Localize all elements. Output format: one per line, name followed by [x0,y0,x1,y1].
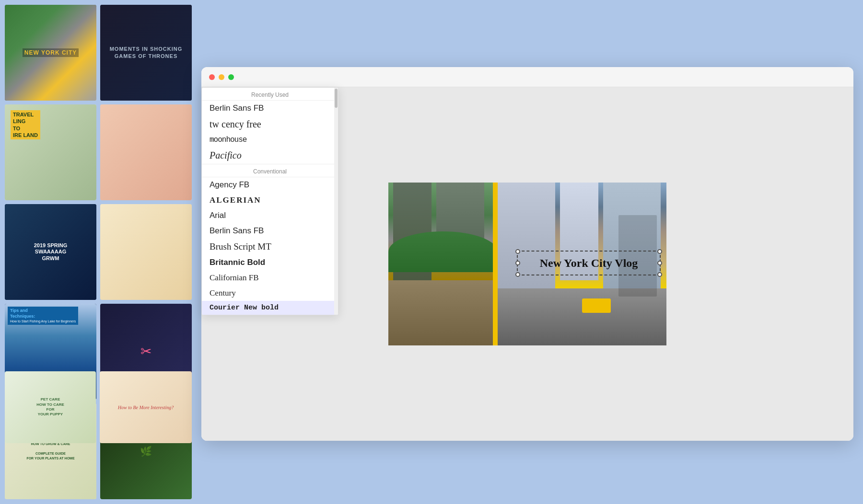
font-item-californian[interactable]: Californian FB [202,270,338,286]
yellow-divider [493,183,498,345]
thumb-2-text: MOMENTS IN SHOCKING GAMES OF THRONES [104,46,188,60]
font-item-arial[interactable]: Arial [202,208,338,223]
thumb-3-text: TRAVELLINGTOIRE LAND [11,110,40,139]
thumbnail-2[interactable]: MOMENTS IN SHOCKING GAMES OF THRONES [100,5,192,101]
traffic-light-green[interactable] [228,74,234,80]
nyc-left-panel [388,183,498,345]
font-dropdown[interactable]: Recently Used Berlin Sans FB tw cency fr… [201,87,338,315]
font-item-berlin-sans[interactable]: Berlin Sans FB [202,101,338,116]
thumb-12-text: How to Be More Interesting? [118,405,174,410]
font-item-century[interactable]: Century [202,286,338,301]
thumbnail-11[interactable]: PET CAREHow to careforyour puppy [5,371,96,443]
thumb-7-text: Tips andTechniques: How to Start Fishing… [8,307,78,325]
thumb-5-text: 2019 SPRINGSWAAAAAGGRWM [34,242,68,262]
thumb-9-text: HOW TO GROW & CARECOMPLETE GUIDEFOR YOUR… [26,442,74,460]
conventional-header: Conventional [202,164,338,177]
canvas-image: New York City Vlog [388,183,666,345]
font-item-tw-cen[interactable]: tw cency free [202,116,338,133]
editor-titlebar [201,67,853,87]
traffic-light-yellow[interactable] [219,74,224,80]
font-item-britannic[interactable]: Britannic Bold [202,255,338,270]
dropdown-scrollbar[interactable] [334,88,338,315]
scrollbar-thumb[interactable] [335,89,338,108]
text-selection-box[interactable]: New York City Vlog [517,251,661,275]
font-item-courier-new-bold[interactable]: Courier New bold [202,301,338,315]
font-item-pacifico[interactable]: Pacifico [202,147,338,164]
canvas-text-content: New York City Vlog [518,252,660,275]
font-item-agency-fb[interactable]: Agency FB [202,177,338,193]
recently-used-header: Recently Used [202,88,338,101]
thumbnail-4[interactable] [100,104,192,200]
traffic-light-red[interactable] [209,74,215,80]
thumbnail-12[interactable]: How to Be More Interesting? [100,371,192,443]
thumb-11-text: PET CAREHow to careforyour puppy [36,397,64,417]
thumbnail-6[interactable] [100,204,192,300]
thumb-1-text: New York City [23,48,79,57]
thumbnail-3[interactable]: TRAVELLINGTOIRE LAND [5,104,96,200]
font-item-brush-script[interactable]: Brush Script MT [202,239,338,255]
thumbnail-1[interactable]: New York City [5,5,96,101]
thumbnail-5[interactable]: 2019 SPRINGSWAAAAAGGRWM [5,204,96,300]
font-item-moonhouse[interactable]: moonhouse [202,133,338,147]
font-item-algerian[interactable]: ALGERIAN [202,193,338,208]
font-item-berlin-sans-2[interactable]: Berlin Sans FB [202,223,338,239]
